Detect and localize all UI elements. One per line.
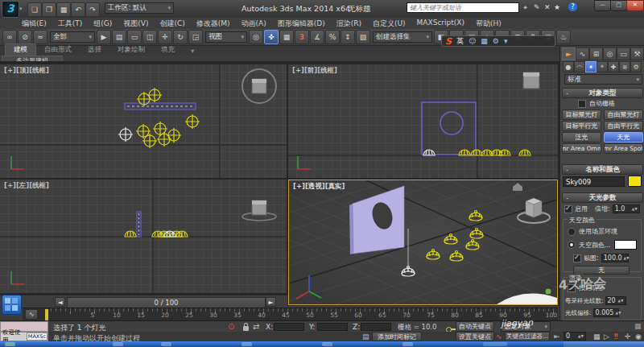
- taskbar-item[interactable]: [113, 342, 123, 346]
- ribbon-tab-freeform[interactable]: 自由形式: [36, 44, 80, 56]
- use-pivot-center-icon[interactable]: ◎: [249, 30, 263, 44]
- cameras-category-icon[interactable]: ⌖: [597, 61, 608, 72]
- absolute-offset-toggle-icon[interactable]: ⇄: [253, 322, 259, 331]
- front-viewport-scene[interactable]: [288, 64, 558, 178]
- menu-item[interactable]: MAXScript(X): [411, 18, 470, 30]
- map-checkbox[interactable]: [573, 254, 581, 262]
- viewport-left[interactable]: [+][左][线框]: [0, 180, 287, 293]
- key-mode-icon[interactable]: ‼: [614, 333, 617, 341]
- viewport-shading-button[interactable]: [真实]: [325, 182, 345, 190]
- select-and-link-icon[interactable]: ∞: [2, 30, 17, 44]
- object-type-rollout[interactable]: -对象类型: [562, 88, 643, 98]
- viewport-name-button[interactable]: [透视]: [305, 182, 325, 190]
- corner-icon[interactable]: ▦: [634, 322, 642, 330]
- menu-item[interactable]: 创建(C): [154, 18, 190, 30]
- workspace-dropdown[interactable]: 工作区: 默认▾: [105, 2, 174, 14]
- add-time-tag-button[interactable]: 添加时间标记: [372, 332, 422, 341]
- multiplier-spinner[interactable]: 1.0▲▼: [613, 204, 640, 213]
- menu-item[interactable]: 修改器(M): [191, 18, 236, 30]
- menu-item[interactable]: 视图(V): [118, 18, 154, 30]
- sky-color-swatch[interactable]: [614, 240, 637, 250]
- light-type-button[interactable]: 目标平行光: [562, 121, 601, 131]
- viewport-shading-button[interactable]: [线框]: [29, 66, 49, 74]
- next-frame-button[interactable]: ►: [266, 297, 276, 307]
- time-cursor[interactable]: [45, 309, 48, 320]
- edit-named-selections-icon[interactable]: ▧: [356, 30, 370, 44]
- menu-item[interactable]: 图形编辑器(D): [272, 18, 331, 30]
- named-selection-set-dropdown[interactable]: 创建选择集▾: [373, 31, 432, 43]
- ribbon-tab-modeling[interactable]: 建模: [5, 43, 36, 56]
- ribbon-tab-object-paint[interactable]: 对象绘制: [109, 44, 153, 56]
- name-color-rollout[interactable]: -名称和颜色: [562, 164, 643, 175]
- render-production-icon[interactable]: ♨: [556, 30, 571, 44]
- redo-icon[interactable]: ↷: [85, 2, 100, 17]
- menu-item[interactable]: 工具(T): [52, 18, 89, 30]
- ray-bias-spinner[interactable]: 0.005▲▼: [593, 308, 619, 317]
- menu-item[interactable]: 渲染(R): [331, 18, 367, 30]
- save-file-icon[interactable]: ▦: [56, 2, 71, 17]
- set-keys-icon[interactable]: [446, 327, 456, 331]
- light-type-button[interactable]: 自由聚光灯: [604, 109, 643, 120]
- object-color-swatch[interactable]: [628, 176, 642, 187]
- selection-lock-icon[interactable]: [243, 326, 249, 331]
- ime-more-icon[interactable]: ▾: [504, 37, 508, 45]
- spinner-snap-icon[interactable]: ↕: [341, 30, 355, 44]
- app-menu-caret-icon[interactable]: ▾: [19, 6, 23, 12]
- select-object-icon[interactable]: ▶: [97, 30, 111, 44]
- taskbar-item[interactable]: [242, 342, 252, 346]
- perspective-viewport-scene[interactable]: [289, 180, 557, 304]
- set-key-button[interactable]: 设置关键点: [456, 332, 494, 341]
- taskbar-item[interactable]: [322, 342, 332, 346]
- geometry-category-icon[interactable]: ●: [563, 61, 574, 72]
- ime-mode-toggle[interactable]: 英: [456, 36, 464, 47]
- viewport-shading-button[interactable]: [线框]: [29, 181, 49, 189]
- object-name-field[interactable]: Sky009: [563, 176, 625, 187]
- mini-curve-editor-button[interactable]: ∿: [25, 309, 38, 320]
- top-viewport-scene[interactable]: [0, 64, 287, 178]
- motion-tab-icon[interactable]: ◎: [603, 48, 617, 60]
- shapes-category-icon[interactable]: ◠: [574, 61, 585, 72]
- snap-toggle-3d-icon[interactable]: 3: [295, 30, 309, 44]
- clear-search-icon[interactable]: ✕: [544, 3, 551, 11]
- systems-category-icon[interactable]: ⚙: [630, 61, 642, 72]
- hierarchy-tab-icon[interactable]: ⊞: [589, 48, 603, 60]
- light-type-button[interactable]: mr Area Spot: [604, 143, 643, 154]
- x-coordinate-field[interactable]: [274, 323, 304, 331]
- listener-welcome-pane[interactable]: 欢迎使用 MAXSc: [0, 332, 48, 341]
- windows-taskbar[interactable]: [0, 341, 644, 347]
- light-type-button[interactable]: 天光: [604, 132, 643, 143]
- viewport-menu-button[interactable]: [+]: [4, 66, 16, 74]
- viewport-menu-button[interactable]: [+]: [293, 182, 305, 190]
- ribbon-tab-selection[interactable]: 选择: [80, 44, 109, 56]
- map-amount-spinner[interactable]: 100.0▲▼: [601, 254, 629, 262]
- light-category-dropdown[interactable]: 标准▾: [564, 74, 642, 85]
- menu-item[interactable]: 编辑(E): [16, 18, 52, 30]
- pen-icon[interactable]: ✎: [534, 3, 540, 11]
- taskbar-item[interactable]: [483, 342, 507, 346]
- z-coordinate-field[interactable]: [361, 323, 391, 331]
- ime-smiley-icon[interactable]: ☺: [469, 37, 476, 45]
- ime-settings-icon[interactable]: ⚙: [493, 37, 499, 45]
- light-type-button[interactable]: mr Area Omni: [562, 143, 601, 154]
- zoom-view-icon[interactable]: ◉: [635, 333, 642, 341]
- menu-item[interactable]: 帮助(H): [470, 18, 507, 30]
- previous-frame-button[interactable]: ◄: [55, 297, 65, 307]
- search-input[interactable]: [407, 2, 519, 13]
- app-logo-icon[interactable]: 3: [2, 1, 19, 18]
- key-filters-button[interactable]: 关键点过滤器...: [505, 332, 550, 341]
- space-warps-category-icon[interactable]: ≋: [619, 61, 630, 72]
- create-tab-icon[interactable]: ►: [562, 48, 576, 60]
- track-view-icon[interactable]: ▦: [593, 333, 601, 341]
- enabled-checkbox[interactable]: [564, 205, 572, 213]
- taskbar-item[interactable]: [402, 342, 413, 346]
- viewport-front[interactable]: [+][前][线框]: [288, 64, 558, 178]
- menu-item[interactable]: 自定义(U): [367, 18, 411, 30]
- open-file-icon[interactable]: ❐: [42, 2, 56, 17]
- isolate-selection-icon[interactable]: ⊙: [228, 322, 234, 331]
- rectangular-region-icon[interactable]: ▭: [127, 30, 142, 44]
- close-button[interactable]: ✕: [626, 0, 644, 11]
- percent-snap-icon[interactable]: %: [325, 30, 340, 44]
- viewport-top[interactable]: [+][顶][线框]: [0, 64, 287, 178]
- favorites-icon[interactable]: ★: [554, 3, 560, 11]
- light-type-button[interactable]: 自由平行光: [604, 121, 643, 131]
